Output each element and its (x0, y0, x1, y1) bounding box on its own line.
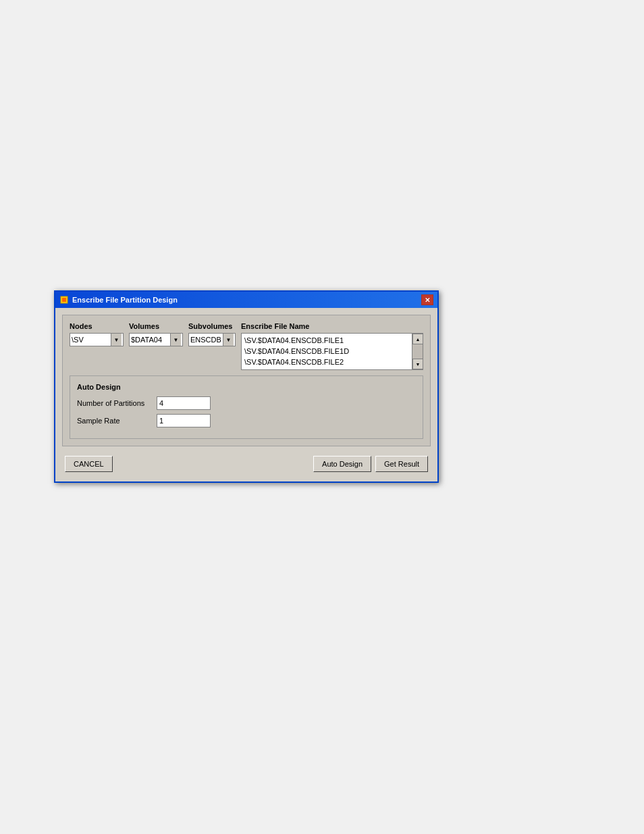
subvolumes-dropdown[interactable]: ENSCDB ▼ (188, 333, 236, 346)
nodes-dropdown[interactable]: \SV ▼ (70, 333, 124, 346)
scroll-down-button[interactable]: ▼ (412, 359, 423, 369)
nodes-label: Nodes (70, 322, 124, 330)
dialog-title: Enscribe File Partition Design (72, 296, 178, 304)
dialog: Enscribe File Partition Design ✕ Nodes \… (54, 290, 439, 483)
nodes-value: \SV (72, 336, 111, 344)
main-content-panel: Nodes \SV ▼ Volumes $DATA04 ▼ Su (62, 315, 431, 446)
auto-design-section: Auto Design Number of Partitions Sample … (70, 375, 423, 439)
auto-design-button[interactable]: Auto Design (313, 456, 371, 472)
title-bar: Enscribe File Partition Design ✕ (55, 292, 437, 308)
num-partitions-row: Number of Partitions (77, 396, 416, 410)
sample-rate-label: Sample Rate (77, 417, 151, 425)
columns-row: Nodes \SV ▼ Volumes $DATA04 ▼ Su (70, 322, 423, 370)
sample-rate-row: Sample Rate (77, 414, 416, 427)
file-list[interactable]: \SV.$DATA04.ENSCDB.FILE1\SV.$DATA04.ENSC… (242, 334, 412, 369)
scroll-track (412, 344, 423, 359)
close-button[interactable]: ✕ (421, 294, 433, 305)
subvolumes-label: Subvolumes (188, 322, 236, 330)
get-result-button[interactable]: Get Result (375, 456, 428, 472)
nodes-arrow-icon: ▼ (111, 334, 122, 346)
title-bar-left: Enscribe File Partition Design (59, 295, 178, 305)
volumes-group: Volumes $DATA04 ▼ (129, 322, 183, 346)
sample-rate-input[interactable] (157, 414, 211, 427)
volumes-value: $DATA04 (131, 336, 170, 344)
footer-row: CANCEL Auto Design Get Result (62, 452, 431, 475)
file-list-container: \SV.$DATA04.ENSCDB.FILE1\SV.$DATA04.ENSC… (241, 333, 423, 370)
cancel-button[interactable]: CANCEL (65, 456, 113, 472)
list-item[interactable]: \SV.$DATA04.ENSCDB.FILE1 (244, 335, 409, 346)
action-buttons: Auto Design Get Result (313, 456, 428, 472)
num-partitions-input[interactable] (157, 396, 211, 410)
auto-design-title: Auto Design (77, 383, 416, 391)
subvolumes-group: Subvolumes ENSCDB ▼ (188, 322, 236, 346)
dialog-body: Nodes \SV ▼ Volumes $DATA04 ▼ Su (55, 308, 437, 481)
scroll-up-button[interactable]: ▲ (412, 334, 423, 344)
file-name-label: Enscribe File Name (241, 322, 423, 330)
svg-rect-1 (62, 298, 66, 302)
subvolumes-arrow-icon: ▼ (223, 334, 234, 346)
list-item[interactable]: \SV.$DATA04.ENSCDB.FILE2 (244, 357, 409, 367)
volumes-label: Volumes (129, 322, 183, 330)
app-icon (59, 295, 69, 305)
file-name-section: Enscribe File Name \SV.$DATA04.ENSCDB.FI… (241, 322, 423, 370)
subvolumes-value: ENSCDB (190, 336, 223, 344)
num-partitions-label: Number of Partitions (77, 399, 151, 407)
volumes-arrow-icon: ▼ (170, 334, 181, 346)
nodes-group: Nodes \SV ▼ (70, 322, 124, 346)
scrollbar: ▲ ▼ (412, 334, 423, 369)
list-item[interactable]: \SV.$DATA04.ENSCDB.FILE1D (244, 346, 409, 357)
volumes-dropdown[interactable]: $DATA04 ▼ (129, 333, 183, 346)
